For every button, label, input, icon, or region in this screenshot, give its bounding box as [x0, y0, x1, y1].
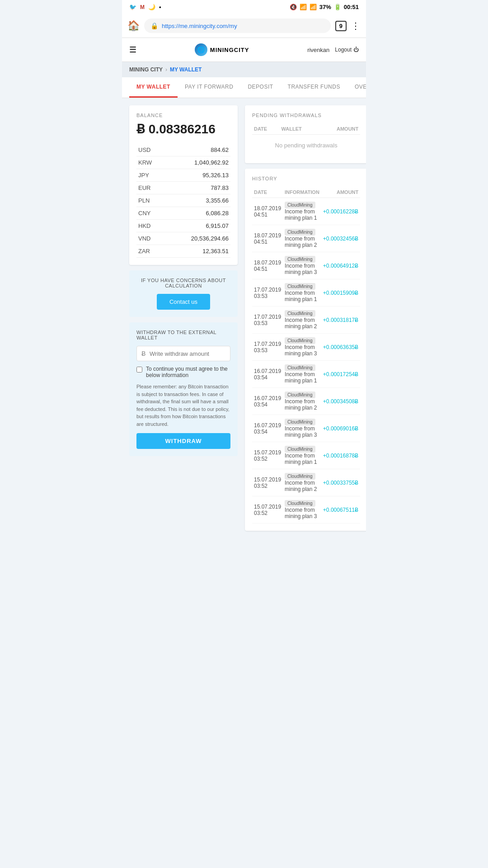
- twitter-icon: 🐦: [129, 4, 136, 10]
- history-info-text: Income from mining plan 1: [285, 371, 317, 384]
- currency-value: 787.83: [164, 182, 230, 194]
- currency-value: 12,363.51: [164, 245, 230, 258]
- history-info: CloudMining Income from mining plan 2: [283, 225, 321, 252]
- history-row: 17.07.201903:53 CloudMining Income from …: [252, 279, 360, 307]
- no-pending-text: No pending withdrawals: [252, 135, 360, 156]
- history-date: 16.07.201903:54: [252, 361, 283, 388]
- withdraw-button[interactable]: WITHDRAW: [136, 433, 230, 449]
- tab-deposit[interactable]: DEPOSIT: [240, 77, 280, 98]
- cloud-mining-badge: CloudMining: [285, 229, 315, 236]
- history-info: CloudMining Income from mining plan 1: [283, 442, 321, 469]
- history-amount: +0.00069016Ƀ: [321, 415, 360, 442]
- checkbox-row: To continue you must agree to the below …: [136, 366, 230, 378]
- currency-table: USD884.62KRW1,040,962.92JPY95,326.13EUR7…: [136, 144, 230, 258]
- currency-code: EUR: [136, 182, 164, 194]
- history-amount: +0.00034508Ƀ: [321, 388, 360, 415]
- currency-code: PLN: [136, 194, 164, 207]
- history-row: 16.07.201903:54 CloudMining Income from …: [252, 415, 360, 442]
- url-text: https://me.miningcity.com/my: [162, 23, 237, 29]
- breadcrumb-home[interactable]: MINING CITY: [129, 66, 163, 73]
- history-info: CloudMining Income from mining plan 3: [283, 496, 321, 524]
- withdraw-disclaimer: Please remember: any Bitcoin transaction…: [136, 383, 230, 428]
- withdraw-card: WITHDRAW TO THE EXTERNAL WALLET Ƀ To con…: [129, 322, 238, 456]
- currency-row: PLN3,355.66: [136, 194, 230, 207]
- history-col-date: DATE: [252, 187, 283, 198]
- cloud-mining-badge: CloudMining: [285, 392, 315, 398]
- home-icon[interactable]: 🏠: [127, 20, 140, 32]
- power-icon: ⏻: [353, 47, 359, 53]
- balance-amount: Ƀ 0.08386216: [136, 122, 230, 137]
- btc-symbol-icon: Ƀ: [141, 350, 146, 357]
- pending-col-amount: AMOUNT: [319, 123, 360, 135]
- tab-my-wallet[interactable]: MY WALLET: [129, 77, 178, 98]
- wifi-icon: 📶: [300, 4, 307, 10]
- currency-row: CNY6,086.28: [136, 207, 230, 220]
- agree-checkbox[interactable]: [136, 367, 142, 373]
- browser-bar: 🏠 🔒 https://me.miningcity.com/my 9 ⋮: [122, 14, 366, 38]
- currency-row: EUR787.83: [136, 182, 230, 194]
- clock: 00:51: [344, 4, 359, 10]
- cloud-mining-badge: CloudMining: [285, 310, 315, 317]
- contact-us-button[interactable]: Contact us: [157, 294, 210, 310]
- history-date: 16.07.201903:54: [252, 415, 283, 442]
- history-info-text: Income from mining plan 3: [285, 344, 317, 357]
- concerns-card: IF YOU HAVE CONCERNS ABOUT CALCULATION C…: [129, 270, 238, 317]
- history-col-info: INFORMATION: [283, 187, 321, 198]
- history-info: CloudMining Income from mining plan 2: [283, 388, 321, 415]
- history-info: CloudMining Income from mining plan 3: [283, 415, 321, 442]
- history-date: 18.07.201904:51: [252, 225, 283, 252]
- concerns-text: IF YOU HAVE CONCERNS ABOUT CALCULATION: [136, 278, 230, 288]
- currency-row: JPY95,326.13: [136, 169, 230, 182]
- left-panel: BALANCE Ƀ 0.08386216 USD884.62KRW1,040,9…: [129, 105, 238, 531]
- cloud-mining-badge: CloudMining: [285, 256, 315, 263]
- history-amount: +0.00032456Ƀ: [321, 225, 360, 252]
- history-date: 17.07.201903:53: [252, 307, 283, 334]
- history-row: 18.07.201904:51 CloudMining Income from …: [252, 252, 360, 279]
- cloud-mining-badge: CloudMining: [285, 473, 315, 480]
- currency-value: 95,326.13: [164, 169, 230, 182]
- history-row: 18.07.201904:51 CloudMining Income from …: [252, 225, 360, 252]
- withdraw-title: WITHDRAW TO THE EXTERNAL WALLET: [136, 330, 230, 340]
- battery-icon: 🔋: [334, 4, 341, 10]
- currency-row: USD884.62: [136, 144, 230, 156]
- currency-code: JPY: [136, 169, 164, 182]
- logout-button[interactable]: Logout ⏻: [335, 47, 359, 53]
- history-col-amount: AMOUNT: [321, 187, 360, 198]
- currency-value: 884.62: [164, 144, 230, 156]
- history-row: 15.07.201903:52 CloudMining Income from …: [252, 442, 360, 469]
- history-info-text: Income from mining plan 1: [285, 290, 317, 302]
- history-info-text: Income from mining plan 3: [285, 425, 317, 438]
- mute-icon: 🔇: [290, 4, 297, 10]
- gmail-icon: M: [140, 4, 145, 10]
- pending-title: PENDING WITHDRAWALS: [252, 113, 360, 118]
- url-box[interactable]: 🔒 https://me.miningcity.com/my: [144, 19, 331, 33]
- history-info-text: Income from mining plan 1: [285, 208, 317, 221]
- history-info: CloudMining Income from mining plan 2: [283, 469, 321, 496]
- history-amount: +0.00033755Ƀ: [321, 469, 360, 496]
- currency-row: KRW1,040,962.92: [136, 156, 230, 169]
- history-table: DATE INFORMATION AMOUNT 18.07.201904:51 …: [252, 187, 360, 524]
- breadcrumb-separator: ›: [165, 66, 167, 73]
- checkbox-label: To continue you must agree to the below …: [146, 366, 230, 378]
- currency-code: KRW: [136, 156, 164, 169]
- history-row: 16.07.201903:54 CloudMining Income from …: [252, 388, 360, 415]
- tab-transfer-funds[interactable]: TRANSFER FUNDS: [281, 77, 347, 98]
- tabs-container: MY WALLET PAY IT FORWARD DEPOSIT TRANSFE…: [122, 77, 366, 98]
- currency-code: USD: [136, 144, 164, 156]
- tab-overview[interactable]: OVERVIEW: [347, 77, 366, 98]
- breadcrumb-current: MY WALLET: [170, 66, 202, 73]
- history-amount: +0.00017254Ƀ: [321, 361, 360, 388]
- menu-dots-icon[interactable]: ⋮: [351, 20, 361, 31]
- hamburger-icon[interactable]: ☰: [129, 45, 136, 55]
- tab-count[interactable]: 9: [335, 21, 347, 31]
- nav-right: rivenkan Logout ⏻: [307, 47, 359, 53]
- currency-value: 6,915.07: [164, 220, 230, 232]
- history-date: 18.07.201904:51: [252, 198, 283, 225]
- history-info-text: Income from mining plan 2: [285, 480, 317, 492]
- logo-globe-icon: 🌐: [195, 43, 207, 56]
- balance-label: BALANCE: [136, 113, 230, 118]
- history-info: CloudMining Income from mining plan 2: [283, 307, 321, 334]
- sim-icon: 📶: [310, 4, 317, 10]
- tab-pay-it-forward[interactable]: PAY IT FORWARD: [178, 77, 240, 98]
- withdraw-amount-input[interactable]: [150, 350, 225, 357]
